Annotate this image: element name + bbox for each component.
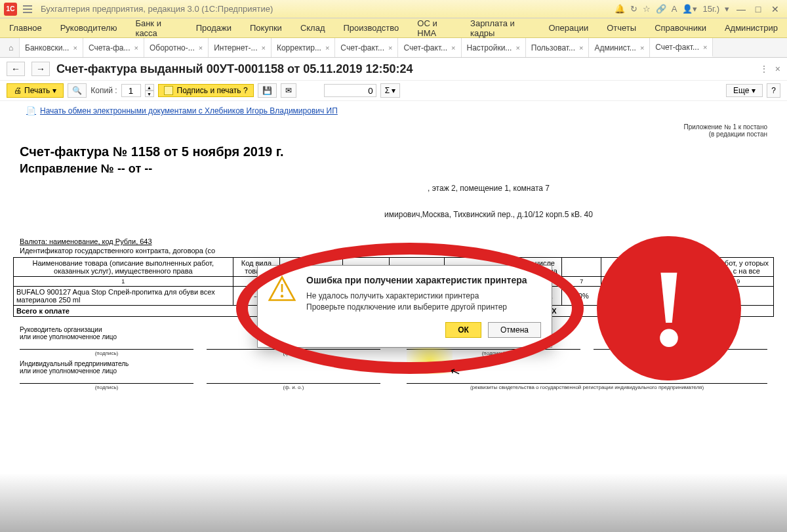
nav-back-button[interactable]: ← bbox=[7, 62, 25, 76]
address-line-1: , этаж 2, помещение 1, комната 7 bbox=[20, 184, 774, 193]
preview-button[interactable]: 🔍 bbox=[68, 83, 87, 98]
col-right: ость бот, у оторых ость с на все bbox=[703, 258, 774, 277]
close-icon[interactable]: × bbox=[134, 44, 138, 52]
copies-label: Копий : bbox=[91, 86, 117, 95]
home-tab-icon[interactable]: ⌂ bbox=[3, 38, 20, 57]
error-dialog: Ошибка при получении характеристик принт… bbox=[257, 265, 552, 348]
svg-point-2 bbox=[281, 295, 283, 297]
menu-sales[interactable]: Продажи bbox=[187, 18, 241, 37]
menu-bank[interactable]: Банк и касса bbox=[126, 18, 186, 37]
save-button[interactable]: 💾 bbox=[258, 83, 277, 98]
menu-reports[interactable]: Отчеты bbox=[597, 18, 645, 37]
close-icon[interactable]: × bbox=[325, 44, 329, 52]
tab-item[interactable]: Пользоват...× bbox=[526, 38, 590, 57]
document-title: Счет-фактура выданный 00УТ-0001158 от 05… bbox=[56, 62, 413, 76]
dropdown-icon: ▾ bbox=[52, 86, 56, 95]
email-button[interactable]: ✉ bbox=[281, 83, 296, 98]
tab-item[interactable]: Счет-факт...× bbox=[398, 38, 461, 57]
tab-item[interactable]: Настройки...× bbox=[462, 38, 526, 57]
copies-down-button[interactable]: ▼ bbox=[145, 91, 154, 97]
gradient-overlay bbox=[0, 473, 787, 532]
maximize-button[interactable]: □ bbox=[750, 3, 766, 15]
menu-bar: Главное Руководителю Банк и касса Продаж… bbox=[0, 18, 787, 38]
copies-input[interactable] bbox=[121, 84, 141, 97]
menu-manager[interactable]: Руководителю bbox=[51, 18, 127, 37]
menu-salary[interactable]: Зарплата и кадры bbox=[461, 18, 539, 37]
close-icon[interactable]: × bbox=[262, 44, 266, 52]
print-button[interactable]: 🖨 Печать ▾ bbox=[7, 83, 64, 98]
close-icon[interactable]: × bbox=[640, 44, 644, 52]
star-icon[interactable]: ☆ bbox=[643, 4, 651, 14]
sum-button[interactable]: Σ ▾ bbox=[380, 83, 401, 98]
tab-item[interactable]: Интернет-...× bbox=[209, 38, 272, 57]
menu-icon[interactable] bbox=[21, 3, 34, 16]
error-message-2: Проверьте подключение или выберите друго… bbox=[306, 302, 541, 313]
menu-stock[interactable]: Склад bbox=[291, 18, 334, 37]
menu-directories[interactable]: Справочники bbox=[645, 18, 716, 37]
more-button[interactable]: Еще▾ bbox=[726, 84, 763, 97]
menu-production[interactable]: Производство bbox=[334, 18, 409, 37]
bell-icon[interactable]: 🔔 bbox=[615, 4, 625, 14]
logo-1c-icon: 1C bbox=[4, 3, 17, 16]
link-icon[interactable]: 🔗 bbox=[656, 4, 666, 14]
col-name: Наименование товара (описание выполненны… bbox=[14, 258, 233, 277]
close-icon[interactable]: × bbox=[199, 44, 203, 52]
app-title: Бухгалтерия предприятия, редакция 3.0 (1… bbox=[41, 4, 611, 14]
close-icon[interactable]: × bbox=[388, 44, 392, 52]
tab-item[interactable]: Корректир...× bbox=[272, 38, 335, 57]
close-button[interactable]: ✕ bbox=[767, 3, 783, 15]
menu-assets[interactable]: ОС и НМА bbox=[408, 18, 461, 37]
title-bar: 1C Бухгалтерия предприятия, редакция 3.0… bbox=[0, 0, 787, 18]
copies-up-button[interactable]: ▲ bbox=[145, 84, 154, 91]
ok-button[interactable]: ОК bbox=[445, 322, 481, 338]
ip-signature-section: Индивидуальный предприниматель или иное … bbox=[20, 360, 767, 390]
date-label[interactable]: 15г.) bbox=[702, 4, 719, 14]
close-icon[interactable]: × bbox=[515, 44, 519, 52]
tab-bar: ⌂ Банковски...× Счета-фа...× Оборотно-..… bbox=[0, 38, 787, 58]
appendix-text: Приложение № 1 к постано (в редакции пос… bbox=[13, 121, 774, 139]
invoice-heading: Счет-фактура № 1158 от 5 ноября 2019 г. bbox=[20, 144, 774, 159]
user-label: А bbox=[672, 4, 677, 14]
menu-operations[interactable]: Операции bbox=[539, 18, 597, 37]
tab-item[interactable]: Счет-факт...× bbox=[335, 38, 398, 57]
vertical-dots-icon[interactable]: ⋮ bbox=[759, 64, 769, 74]
error-title: Ошибка при получении характеристик принт… bbox=[306, 275, 541, 285]
tab-item-active[interactable]: Счет-факт...× bbox=[650, 38, 713, 57]
address-line-2: имирович,Москва, Тихвинский пер., д.10/1… bbox=[20, 210, 774, 219]
sign-print-button[interactable]: Подпись и печать ? bbox=[158, 84, 254, 97]
checkbox-icon[interactable] bbox=[164, 86, 173, 95]
document-header: ← → Счет-фактура выданный 00УТ-0001158 о… bbox=[0, 58, 787, 81]
tab-item[interactable]: Банковски...× bbox=[20, 38, 83, 57]
dropdown-icon[interactable]: ▾ bbox=[725, 4, 729, 14]
page-input[interactable] bbox=[324, 84, 376, 97]
menu-admin[interactable]: Администрир bbox=[716, 18, 787, 37]
toolbar: 🖨 Печать ▾ 🔍 Копий : ▲ ▼ Подпись и печат… bbox=[0, 81, 787, 101]
printer-icon: 🖨 bbox=[14, 86, 22, 95]
warning-icon bbox=[268, 275, 296, 302]
correction-heading: Исправление № -- от -- bbox=[20, 162, 774, 176]
currency-line: Валюта: наименование, код Рубли, 643 bbox=[20, 237, 774, 245]
close-icon[interactable]: × bbox=[579, 44, 583, 52]
history-icon[interactable]: ↻ bbox=[630, 4, 637, 14]
start-exchange-link[interactable]: Начать обмен электронными документами с … bbox=[40, 106, 338, 115]
minimize-button[interactable]: — bbox=[733, 3, 749, 15]
document-icon: 📄 bbox=[26, 106, 36, 115]
close-icon[interactable]: × bbox=[73, 44, 77, 52]
error-message-1: Не удалось получить характеристики принт… bbox=[306, 291, 541, 302]
contract-line: Идентификатор государственного контракта… bbox=[20, 247, 774, 255]
user-icon[interactable]: 👤▾ bbox=[682, 4, 697, 14]
tab-item[interactable]: Счета-фа...× bbox=[83, 38, 144, 57]
close-icon[interactable]: × bbox=[451, 44, 455, 52]
close-doc-icon[interactable]: × bbox=[775, 64, 780, 74]
cancel-button[interactable]: Отмена bbox=[488, 322, 541, 338]
close-icon[interactable]: × bbox=[703, 43, 707, 51]
menu-main[interactable]: Главное bbox=[0, 18, 51, 37]
nav-forward-button[interactable]: → bbox=[31, 62, 50, 76]
tab-item[interactable]: Оборотно-...× bbox=[144, 38, 209, 57]
menu-purchases[interactable]: Покупки bbox=[241, 18, 291, 37]
help-button[interactable]: ? bbox=[767, 83, 780, 98]
tab-item[interactable]: Админист...× bbox=[589, 38, 650, 57]
